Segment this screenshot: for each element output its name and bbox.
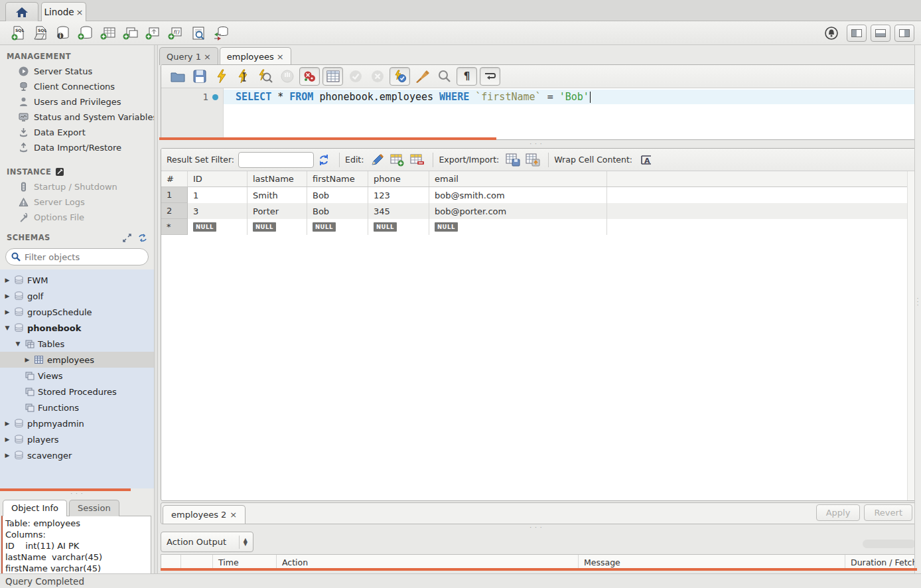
chevron-down-icon[interactable]: ▼ — [4, 325, 11, 331]
sidebar-item-status-system-variables[interactable]: Status and System Variables — [0, 110, 154, 125]
reconnect-dbms-icon[interactable] — [210, 24, 232, 42]
cell-email[interactable]: bob@porter.com — [429, 203, 607, 219]
cell-lastname[interactable]: Smith — [248, 187, 307, 203]
cell-id[interactable]: 1 — [188, 187, 248, 203]
tab-employees[interactable]: employees × — [220, 47, 291, 65]
tree-item-schema[interactable]: ▶ FWM — [0, 272, 154, 288]
execute-query-icon[interactable] — [210, 67, 232, 86]
row-number[interactable]: 2 — [161, 203, 188, 219]
create-function-icon[interactable]: f() — [165, 24, 187, 42]
tab-query-1[interactable]: Query 1 × — [159, 47, 218, 65]
execute-current-statement-icon[interactable] — [232, 67, 254, 86]
export-recordset-icon[interactable] — [503, 151, 523, 169]
chevron-right-icon[interactable]: ▶ — [4, 452, 11, 459]
sidebar-item-startup-shutdown[interactable]: Startup / Shutdown — [0, 179, 154, 194]
open-script-icon[interactable] — [167, 67, 188, 86]
invisible-characters-button[interactable]: ¶ — [457, 67, 477, 86]
new-sql-tab-icon[interactable]: SQL — [7, 24, 29, 42]
close-icon[interactable]: × — [230, 510, 237, 520]
sidebar-item-server-logs[interactable]: Server Logs — [0, 194, 154, 210]
toggle-bottom-panel-button[interactable] — [871, 25, 890, 42]
cell-phone[interactable]: 123 — [368, 187, 429, 203]
tree-item-schema[interactable]: ▶ phpmyadmin — [0, 415, 154, 431]
create-procedure-icon[interactable] — [142, 24, 165, 42]
home-tab[interactable] — [5, 2, 38, 21]
output-splitter[interactable]: · · · — [158, 525, 914, 530]
sql-statement[interactable]: SELECT * FROM phonebook.employees WHERE … — [236, 90, 591, 104]
tree-item-schema[interactable]: ▶ scavenger — [0, 447, 154, 463]
column-header[interactable]: lastName — [248, 171, 307, 186]
sql-code-editor[interactable]: 1 SELECT * FROM phonebook.employees WHER… — [161, 88, 916, 140]
column-header[interactable]: # — [161, 171, 188, 186]
tree-item-schema-phonebook[interactable]: ▼ phonebook — [0, 320, 154, 336]
output-type-select[interactable]: Action Output ▲▼ — [161, 532, 253, 552]
wrap-cell-content-icon[interactable]: A — [636, 151, 656, 169]
chevron-down-icon[interactable]: ▼ — [15, 340, 21, 347]
create-schema-icon[interactable] — [74, 24, 97, 42]
connection-tab[interactable]: Linode × — [41, 2, 86, 21]
tree-item-views-group[interactable]: Views — [0, 368, 154, 384]
find-icon[interactable] — [433, 67, 455, 86]
revert-button[interactable]: Revert — [864, 504, 912, 521]
output-column-message[interactable]: Message — [579, 555, 845, 569]
insert-row-icon[interactable] — [388, 151, 407, 169]
new-row-marker[interactable]: * — [161, 219, 188, 235]
edit-cell-icon[interactable] — [368, 151, 388, 169]
horizontal-scrollbar-thumb[interactable] — [863, 540, 916, 548]
close-icon[interactable]: × — [204, 52, 211, 62]
close-icon[interactable]: × — [76, 7, 84, 17]
toggle-stop-on-error-button[interactable] — [299, 67, 320, 86]
table-row[interactable]: 1 1 Smith Bob 123 bob@smith.com — [161, 187, 907, 203]
result-filter-input[interactable] — [238, 152, 314, 168]
new-row-placeholder[interactable]: * NULL NULL NULL NULL NULL — [161, 219, 907, 235]
row-number[interactable]: 1 — [161, 187, 188, 203]
output-column-time[interactable]: Time — [213, 555, 277, 569]
toggle-right-panel-button[interactable] — [894, 25, 914, 42]
cell-firstname[interactable]: Bob — [307, 187, 368, 203]
table-row[interactable]: 2 3 Porter Bob 345 bob@porter.com — [161, 203, 907, 219]
clear-query-icon[interactable] — [411, 67, 433, 86]
column-header[interactable]: email — [429, 171, 607, 186]
cell-phone[interactable]: 345 — [368, 203, 429, 219]
cell-lastname[interactable]: Porter — [248, 203, 307, 219]
open-sql-script-icon[interactable]: SQL — [29, 24, 52, 42]
right-panel-handle[interactable]: ··· — [915, 297, 920, 307]
delete-row-icon[interactable] — [407, 151, 427, 169]
expand-schemas-icon[interactable] — [123, 234, 131, 242]
chevron-right-icon[interactable]: ▶ — [4, 436, 11, 443]
tree-item-functions-group[interactable]: Functions — [0, 400, 154, 415]
schema-filter-input[interactable] — [25, 252, 143, 262]
column-header[interactable]: firstName — [307, 171, 368, 186]
tab-session[interactable]: Session — [69, 500, 119, 516]
tab-object-info[interactable]: Object Info — [3, 500, 67, 516]
create-view-icon[interactable] — [119, 24, 142, 42]
toggle-autocommit-button[interactable] — [390, 67, 410, 86]
tree-item-schema[interactable]: ▶ players — [0, 431, 154, 447]
close-icon[interactable]: × — [277, 52, 284, 62]
tree-item-schema[interactable]: ▶ groupSchedule — [0, 304, 154, 320]
tab-result-employees-2[interactable]: employees 2 × — [163, 505, 246, 524]
output-column-action[interactable]: Action — [277, 555, 579, 569]
sidebar-item-server-status[interactable]: Server Status — [0, 64, 154, 79]
notification-bell-icon[interactable] — [820, 24, 843, 42]
toggle-left-panel-button[interactable] — [847, 25, 867, 42]
save-script-icon[interactable] — [188, 67, 210, 86]
chevron-right-icon[interactable]: ▶ — [4, 420, 11, 427]
cell-id[interactable]: 3 — [188, 203, 248, 219]
refresh-schemas-icon[interactable] — [138, 234, 147, 242]
cell-email[interactable]: bob@smith.com — [429, 187, 607, 203]
cell-firstname[interactable]: Bob — [307, 203, 368, 219]
create-table-icon[interactable] — [97, 24, 119, 42]
column-header[interactable]: phone — [368, 171, 429, 186]
chevron-right-icon[interactable]: ▶ — [24, 356, 31, 363]
sidebar-item-options-file[interactable]: Options File — [0, 210, 154, 225]
sidebar-item-data-import[interactable]: Data Import/Restore — [0, 140, 154, 155]
apply-button[interactable]: Apply — [816, 504, 861, 521]
search-objects-icon[interactable] — [187, 24, 210, 42]
explain-query-icon[interactable] — [254, 67, 276, 86]
tree-item-tables-group[interactable]: ▼ Tables — [0, 336, 154, 352]
wrap-text-button[interactable] — [480, 67, 500, 86]
schema-inspector-icon[interactable]: i — [52, 24, 74, 42]
sidebar-item-users-privileges[interactable]: Users and Privileges — [0, 94, 154, 110]
import-recordset-icon[interactable] — [523, 151, 543, 169]
